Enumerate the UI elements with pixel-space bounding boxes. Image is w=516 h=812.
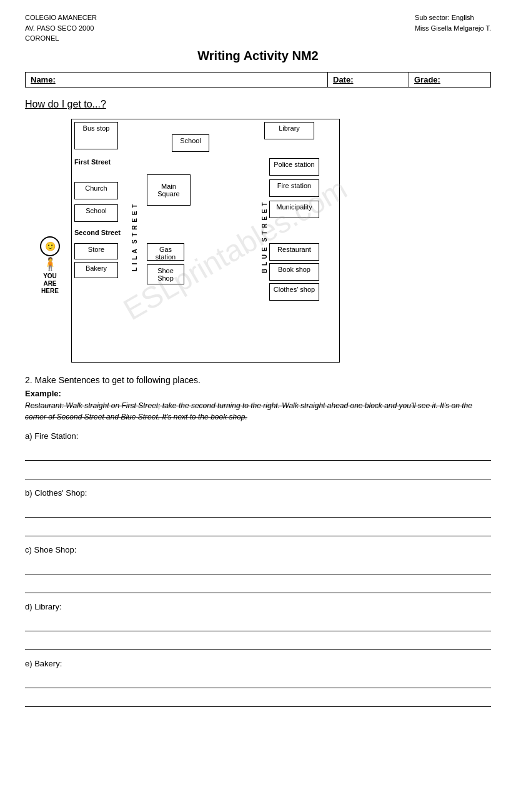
- municipality-box: Municipality: [269, 201, 319, 218]
- police-station-box: Police station: [269, 158, 319, 176]
- question-d-label: d) Library:: [25, 602, 491, 611]
- blue-street-label: B L U E S T R E E T: [256, 122, 268, 353]
- person-body: 🧍: [42, 258, 58, 270]
- answer-line-d1[interactable]: [25, 618, 491, 631]
- school-bottom-box: School: [74, 204, 118, 222]
- teacher-name: Miss Gisella Melgarejo T.: [415, 23, 491, 34]
- section2-title: 2. Make Sentences to get to following pl…: [25, 375, 491, 385]
- map-wrapper: Bus stop School Library L I L A S T R E …: [71, 119, 340, 363]
- date-field[interactable]: Date:: [328, 73, 409, 87]
- answer-line-c1[interactable]: [25, 561, 491, 574]
- bus-stop-box: Bus stop: [74, 122, 118, 149]
- map-area: 🙂 🧍 YOUAREHERE Bus stop School Library L…: [31, 119, 491, 363]
- bakery-box: Bakery: [74, 262, 118, 278]
- gas-station-box: Gas station: [147, 243, 184, 261]
- answer-line-a1[interactable]: [25, 447, 491, 461]
- person-face: 🙂: [40, 236, 60, 256]
- example-text: Restaurant: Walk straight on First Stree…: [25, 400, 491, 423]
- grade-field[interactable]: Grade:: [409, 73, 490, 87]
- question-e: e) Bakery:: [25, 659, 491, 707]
- school-top-box: School: [172, 134, 209, 152]
- store-box: Store: [74, 243, 118, 259]
- main-question: How do I get to...?: [25, 99, 491, 110]
- answer-line-c2[interactable]: [25, 579, 491, 593]
- answer-line-a2[interactable]: [25, 466, 491, 479]
- answer-line-b2[interactable]: [25, 523, 491, 536]
- school-info: COLEGIO AMANECER AV. PASO SECO 2000 CORO…: [25, 13, 97, 44]
- fire-station-box: Fire station: [269, 179, 319, 197]
- you-are-here-label: YOUAREHERE: [41, 273, 59, 295]
- question-e-label: e) Bakery:: [25, 659, 491, 668]
- church-box: Church: [74, 182, 118, 199]
- shoe-shop-box: Shoe Shop: [147, 264, 184, 284]
- name-field[interactable]: Name:: [26, 73, 328, 87]
- subsector: Sub sector: English: [415, 13, 491, 23]
- school-address: AV. PASO SECO 2000: [25, 23, 97, 34]
- answer-line-e1[interactable]: [25, 674, 491, 688]
- question-a-label: a) Fire Station:: [25, 431, 491, 441]
- person-figure: 🙂 🧍 YOUAREHERE: [31, 119, 69, 363]
- answer-line-d2[interactable]: [25, 636, 491, 650]
- header: COLEGIO AMANECER AV. PASO SECO 2000 CORO…: [25, 13, 491, 44]
- school-name: COLEGIO AMANECER: [25, 13, 97, 23]
- form-header: Name: Date: Grade:: [25, 72, 491, 88]
- answer-line-e2[interactable]: [25, 693, 491, 707]
- question-b: b) Clothes' Shop:: [25, 488, 491, 536]
- teacher-info: Sub sector: English Miss Gisella Melgare…: [415, 13, 491, 44]
- section2: 2. Make Sentences to get to following pl…: [25, 375, 491, 707]
- question-c-label: c) Shoe Shop:: [25, 545, 491, 554]
- page-title: Writing Activity NM2: [25, 49, 491, 63]
- question-d: d) Library:: [25, 602, 491, 650]
- main-square-box: Main Square: [147, 174, 191, 206]
- question-a: a) Fire Station:: [25, 431, 491, 479]
- answer-line-b1[interactable]: [25, 504, 491, 518]
- restaurant-box: Restaurant: [269, 243, 319, 261]
- school-city: CORONEL: [25, 33, 97, 44]
- question-c: c) Shoe Shop:: [25, 545, 491, 593]
- example-label: Example:: [25, 389, 491, 398]
- library-box: Library: [264, 122, 314, 139]
- lila-street-label: L I L A S T R E E T: [126, 122, 138, 353]
- question-b-label: b) Clothes' Shop:: [25, 488, 491, 498]
- second-street-label: Second Street: [74, 229, 121, 236]
- clothes-shop-box: Clothes' shop: [269, 283, 319, 301]
- book-shop-box: Book shop: [269, 263, 319, 281]
- first-street-label: First Street: [74, 158, 111, 166]
